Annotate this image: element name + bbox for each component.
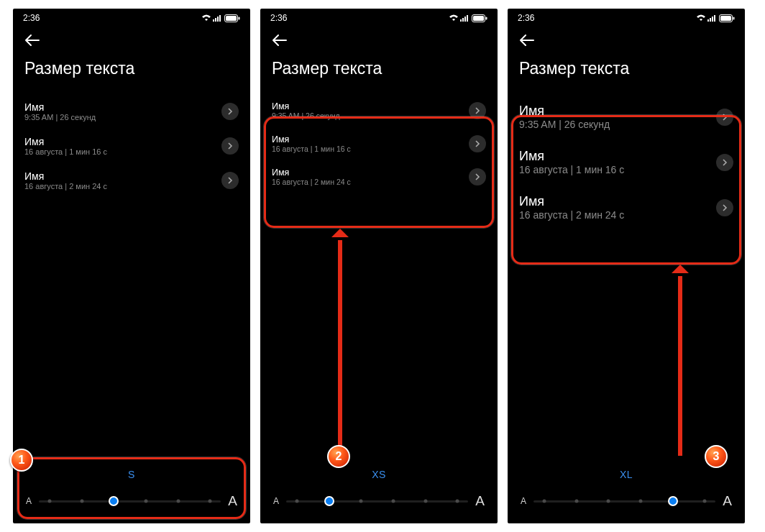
list-item[interactable]: Имя 16 августа | 2 мин 24 с [260,160,498,193]
svg-rect-14 [707,19,709,22]
svg-rect-10 [467,15,468,22]
status-bar: 2:36 [13,9,250,27]
back-row [13,27,250,50]
size-slider[interactable] [286,493,468,509]
chevron-right-icon[interactable] [221,103,239,120]
battery-icon [472,14,487,22]
list-item[interactable]: Имя 16 августа | 1 мин 16 с [508,139,745,185]
slider-small-a: A [521,496,526,506]
back-row [260,27,498,50]
list-item[interactable]: Имя 16 августа | 1 мин 16 с [260,127,498,160]
chevron-right-icon[interactable] [221,137,239,155]
slider-big-a: A [475,493,485,509]
battery-icon [719,14,735,22]
item-sub: 16 августа | 1 мин 16 с [519,164,624,175]
list-item[interactable]: Имя 16 августа | 2 мин 24 с [508,185,745,230]
list-item[interactable]: Имя 16 августа | 2 мин 24 с [13,163,250,198]
annotation-badge-3: 3 [705,445,728,468]
chevron-right-icon[interactable] [716,109,733,126]
status-bar: 2:36 [508,9,745,27]
slider-small-a: A [273,496,279,506]
item-name: Имя [519,149,624,164]
slider-thumb[interactable] [324,496,334,506]
size-slider-area: XS A A [260,469,498,523]
item-sub: 16 августа | 1 мин 16 с [272,145,351,153]
status-icons [696,14,735,22]
svg-rect-0 [213,19,214,22]
svg-rect-19 [720,16,731,21]
annotation-arrow [338,240,342,456]
size-label: S [26,469,237,480]
phone-screen-1: 2:36 Размер текста Имя 9:35 AM | 26 секу… [13,9,250,523]
phone-screen-3: 2:36 Размер текста Имя 9:35 AM | 26 секу… [508,9,745,523]
list-item[interactable]: Имя 9:35 AM | 26 секунд [260,94,498,127]
chevron-right-icon[interactable] [716,154,733,171]
back-row [508,27,745,50]
status-icons [449,14,487,22]
slider-thumb[interactable] [668,496,678,506]
wifi-icon [696,14,706,22]
slider-big-a: A [723,493,732,509]
item-name: Имя [519,104,610,119]
svg-rect-16 [712,17,713,22]
wifi-icon [449,14,459,22]
svg-rect-15 [710,18,711,22]
item-name: Имя [272,134,351,145]
status-time: 2:36 [518,13,534,23]
item-name: Имя [24,136,107,147]
chevron-right-icon[interactable] [469,102,486,119]
preview-list: Имя 9:35 AM | 26 секунд Имя 16 августа |… [260,94,498,523]
list-item[interactable]: Имя 16 августа | 1 мин 16 с [13,129,250,163]
list-item[interactable]: Имя 9:35 AM | 26 секунд [508,94,745,139]
signal-icon [707,14,718,22]
slider-big-a: A [228,493,237,509]
back-arrow-icon[interactable] [272,35,288,46]
chevron-right-icon[interactable] [469,168,486,185]
svg-rect-12 [473,16,484,21]
page-title: Размер текста [260,50,498,94]
chevron-right-icon[interactable] [469,135,486,152]
item-sub: 9:35 AM | 26 секунд [24,113,96,121]
size-label: XL [521,469,732,480]
preview-list: Имя 9:35 AM | 26 секунд Имя 16 августа |… [13,94,250,523]
item-sub: 9:35 AM | 26 секунд [272,111,340,120]
item-name: Имя [24,101,96,113]
status-time: 2:36 [270,13,287,23]
annotation-arrow [678,276,682,456]
item-name: Имя [272,101,340,111]
slider-thumb[interactable] [109,496,119,506]
size-slider[interactable] [533,493,715,509]
item-sub: 16 августа | 2 мин 24 с [519,209,624,221]
svg-rect-6 [239,17,240,19]
item-sub: 9:35 AM | 26 секунд [519,119,610,130]
svg-rect-3 [219,15,221,22]
chevron-right-icon[interactable] [221,172,239,189]
svg-rect-17 [714,15,715,22]
item-sub: 16 августа | 1 мин 16 с [24,147,107,156]
chevron-right-icon[interactable] [716,199,733,216]
back-arrow-icon[interactable] [24,35,40,46]
list-item[interactable]: Имя 9:35 AM | 26 секунд [13,94,250,129]
status-time: 2:36 [23,13,40,23]
status-icons [201,14,240,22]
item-sub: 16 августа | 2 мин 24 с [272,178,351,186]
svg-rect-9 [464,17,466,22]
battery-icon [224,14,240,22]
item-name: Имя [272,168,351,178]
svg-rect-8 [462,18,464,22]
svg-rect-5 [226,16,237,21]
wifi-icon [201,14,211,22]
page-title: Размер текста [508,50,745,94]
size-slider-area: XL A A [508,469,745,523]
item-name: Имя [519,194,624,209]
signal-icon [460,14,470,22]
size-slider[interactable] [39,493,221,509]
svg-rect-13 [486,17,487,19]
size-label: XS [273,469,485,480]
slider-small-a: A [26,496,32,506]
signal-icon [213,14,223,22]
phone-screen-2: 2:36 Размер текста Имя 9:35 AM | 26 секу… [260,9,498,523]
back-arrow-icon[interactable] [519,35,535,46]
annotation-badge-1: 1 [10,449,33,472]
annotation-badge-2: 2 [327,445,350,468]
